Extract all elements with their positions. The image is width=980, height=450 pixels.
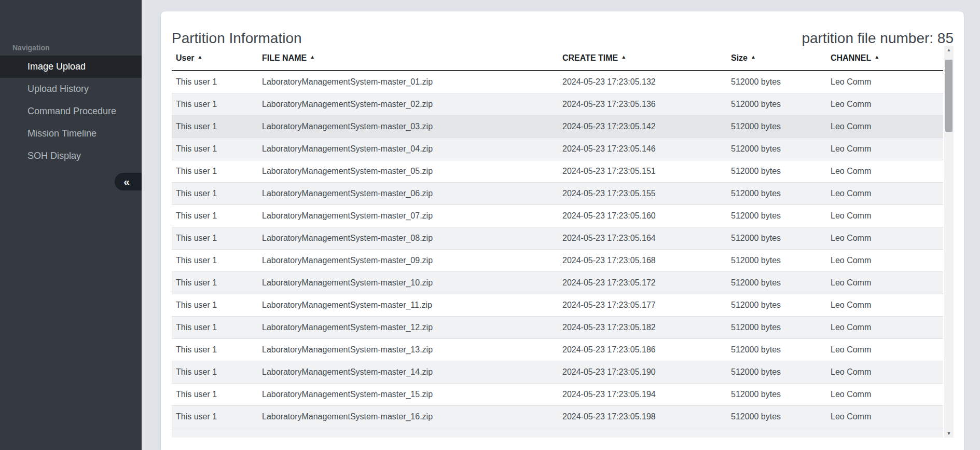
column-label: User (176, 53, 195, 62)
cell-create-time: 2024-05-23 17:23:05.132 (558, 71, 727, 93)
table-row[interactable]: This user 1 LaboratoryManagementSystem-m… (172, 227, 943, 249)
cell-create-time: 2024-05-23 17:23:05.142 (558, 115, 727, 138)
cell-create-time: 2024-05-23 17:23:05.136 (558, 93, 727, 115)
column-header[interactable]: Size▲ (727, 46, 826, 71)
table-row[interactable]: This user 1 LaboratoryManagementSystem-m… (172, 405, 943, 428)
cell-user: This user 1 (172, 361, 258, 383)
cell-file-name: LaboratoryManagementSystem-master_04.zip (258, 138, 558, 160)
cell-size: 512000 bytes (727, 160, 826, 182)
cell-size: 512000 bytes (727, 338, 826, 361)
table-row[interactable]: This user 1 LaboratoryManagementSystem-m… (172, 93, 943, 115)
cell-create-time: 2024-05-23 17:23:05.155 (558, 182, 727, 204)
sidebar-item[interactable]: Image Upload (0, 56, 142, 78)
cell-size: 512000 bytes (727, 361, 826, 383)
cell-user: This user 1 (172, 160, 258, 182)
table-row[interactable]: This user 1 LaboratoryManagementSystem-m… (172, 361, 943, 383)
cell-user: This user 1 (172, 115, 258, 138)
cell-file-name: LaboratoryManagementSystem-master_05.zip (258, 160, 558, 182)
cell-size: 512000 bytes (727, 383, 826, 405)
table-row[interactable]: This user 1 LaboratoryManagementSystem-m… (172, 115, 943, 138)
cell-file-name: LaboratoryManagementSystem-master_12.zip (258, 316, 558, 338)
cell-user: This user 1 (172, 338, 258, 361)
cell-channel: Leo Comm (826, 316, 943, 338)
scroll-up-arrow-icon: ▲ (947, 47, 951, 52)
scroll-up-button[interactable]: ▲ (944, 46, 954, 54)
table-row[interactable]: This user 1 LaboratoryManagementSystem-m… (172, 294, 943, 316)
cell-channel: Leo Comm (826, 115, 943, 138)
column-header[interactable]: FILE NAME▲ (258, 46, 558, 71)
cell-create-time: 2024-05-23 17:23:05.168 (558, 249, 727, 271)
cell-create-time: 2024-05-23 17:23:05.194 (558, 383, 727, 405)
cell-channel: Leo Comm (826, 383, 943, 405)
sidebar-item[interactable]: Upload History (0, 78, 142, 100)
partition-file-number: partition file number: 85 (802, 31, 954, 46)
cell-create-time: 2024-05-23 17:23:05.172 (558, 271, 727, 294)
table-row[interactable]: This user 1 LaboratoryManagementSystem-m… (172, 138, 943, 160)
card-header: Partition Information partition file num… (161, 11, 964, 46)
cell-create-time: 2024-05-23 17:23:05.182 (558, 316, 727, 338)
column-header[interactable]: User▲ (172, 46, 258, 71)
partition-info-card: Partition Information partition file num… (161, 11, 964, 450)
column-header[interactable]: CHANNEL▲ (826, 46, 943, 71)
table-row[interactable]: This user 1 LaboratoryManagementSystem-m… (172, 338, 943, 361)
table-row[interactable]: This user 1 LaboratoryManagementSystem-m… (172, 182, 943, 204)
scroll-down-button[interactable]: ▼ (944, 429, 954, 438)
cell-file-name: LaboratoryManagementSystem-master_07.zip (258, 204, 558, 227)
sidebar-section-label: Navigation (12, 44, 50, 52)
cell-user: This user 1 (172, 294, 258, 316)
sort-ascending-icon: ▲ (310, 54, 315, 60)
table-row[interactable]: This user 1 LaboratoryManagementSystem-m… (172, 316, 943, 338)
cell-file-name: LaboratoryManagementSystem-master_11.zip (258, 294, 558, 316)
cell-channel: Leo Comm (826, 71, 943, 93)
scroll-down-arrow-icon: ▼ (947, 431, 951, 436)
table-row[interactable]: This user 1 LaboratoryManagementSystem-m… (172, 71, 943, 93)
cell-user: This user 1 (172, 249, 258, 271)
table-header-row: User▲ FILE NAME▲ CREATE TIME▲ Size▲ CHAN… (172, 46, 943, 71)
table-row[interactable]: This user 1 LaboratoryManagementSystem-m… (172, 271, 943, 294)
sidebar-collapse-button[interactable]: « (115, 173, 142, 190)
table-row[interactable]: This user 1 LaboratoryManagementSystem-m… (172, 249, 943, 271)
cell-channel: Leo Comm (826, 249, 943, 271)
cell-size: 512000 bytes (727, 249, 826, 271)
cell-create-time: 2024-05-23 17:23:05.146 (558, 138, 727, 160)
cell-user: This user 1 (172, 227, 258, 249)
cell-file-name: LaboratoryManagementSystem-master_16.zip (258, 405, 558, 428)
cell-create-time: 2024-05-23 17:23:05.190 (558, 361, 727, 383)
column-label: Size (731, 53, 748, 62)
cell-file-name: LaboratoryManagementSystem-master_03.zip (258, 115, 558, 138)
column-label: CREATE TIME (562, 53, 618, 62)
cell-size: 512000 bytes (727, 405, 826, 428)
cell-file-name: LaboratoryManagementSystem-master_13.zip (258, 338, 558, 361)
table-row[interactable]: This user 1 LaboratoryManagementSystem-m… (172, 383, 943, 405)
cell-create-time: 2024-05-23 17:23:05.160 (558, 204, 727, 227)
sort-ascending-icon: ▲ (874, 54, 879, 60)
cell-user: This user 1 (172, 204, 258, 227)
cell-create-time: 2024-05-23 17:23:05.164 (558, 227, 727, 249)
cell-file-name: LaboratoryManagementSystem-master_14.zip (258, 361, 558, 383)
page-title: Partition Information (172, 31, 302, 46)
cell-size: 512000 bytes (727, 93, 826, 115)
table-row[interactable]: This user 1 LaboratoryManagementSystem-m… (172, 204, 943, 227)
partition-table-container: User▲ FILE NAME▲ CREATE TIME▲ Size▲ CHAN… (172, 46, 943, 438)
cell-size: 512000 bytes (727, 227, 826, 249)
sidebar-item[interactable]: Mission Timeline (0, 122, 142, 145)
cell-channel: Leo Comm (826, 271, 943, 294)
table-row[interactable]: This user 1 LaboratoryManagementSystem-m… (172, 160, 943, 182)
column-header[interactable]: CREATE TIME▲ (558, 46, 727, 71)
partial-next-row (172, 428, 943, 438)
cell-channel: Leo Comm (826, 93, 943, 115)
cell-channel: Leo Comm (826, 361, 943, 383)
scrollbar-thumb[interactable] (945, 60, 953, 132)
vertical-scrollbar[interactable]: ▲ ▼ (944, 46, 954, 438)
sidebar-item[interactable]: SOH Display (0, 145, 142, 167)
cell-channel: Leo Comm (826, 227, 943, 249)
sidebar: Navigation Image Upload Upload History C… (0, 0, 142, 450)
cell-user: This user 1 (172, 271, 258, 294)
sidebar-item[interactable]: Command Procedure (0, 100, 142, 122)
cell-channel: Leo Comm (826, 405, 943, 428)
cell-create-time: 2024-05-23 17:23:05.177 (558, 294, 727, 316)
cell-size: 512000 bytes (727, 204, 826, 227)
cell-channel: Leo Comm (826, 204, 943, 227)
column-label: CHANNEL (831, 53, 871, 62)
cell-file-name: LaboratoryManagementSystem-master_10.zip (258, 271, 558, 294)
